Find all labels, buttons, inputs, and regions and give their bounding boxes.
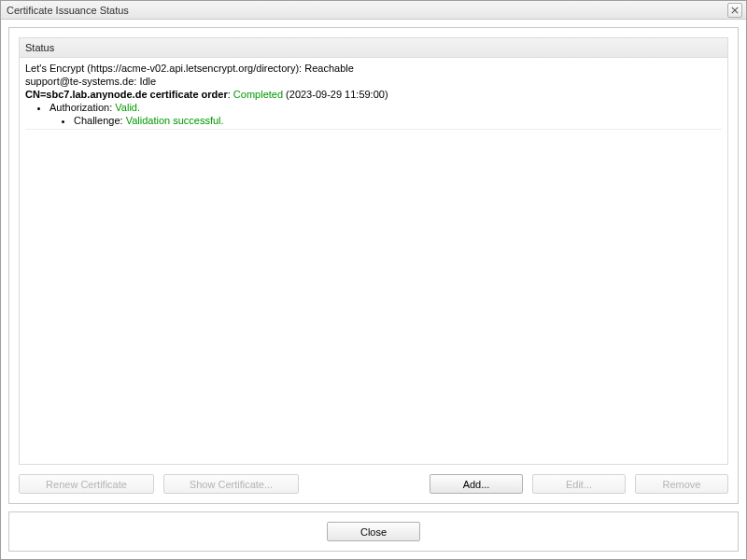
status-challenge: Challenge: Validation successful. [74,114,722,127]
close-button[interactable]: Close [327,522,420,541]
show-certificate-button[interactable]: Show Certificate... [163,474,299,494]
close-icon [731,7,739,14]
renew-certificate-button[interactable]: Renew Certificate [19,474,154,494]
footer-panel: Close [8,511,739,552]
status-line-order: CN=sbc7.lab.anynode.de certificate order… [25,88,722,101]
status-line-account: support@te-systems.de: Idle [25,75,722,88]
window-title: Certificate Issuance Status [7,5,727,16]
remove-button[interactable]: Remove [635,474,728,494]
status-line-acme: Let's Encrypt (https://acme-v02.api.lets… [25,62,722,75]
titlebar: Certificate Issuance Status [1,1,746,20]
edit-button[interactable]: Edit... [532,474,626,494]
status-header: Status [19,37,728,58]
status-panel: Status Let's Encrypt (https://acme-v02.a… [8,27,739,504]
dialog-body: Status Let's Encrypt (https://acme-v02.a… [1,20,746,559]
status-body: Let's Encrypt (https://acme-v02.api.lets… [19,58,728,465]
button-row: Renew Certificate Show Certificate... Ad… [19,474,728,494]
divider [25,129,722,130]
dialog-window: Certificate Issuance Status Status Let's… [0,0,747,560]
window-close-button[interactable] [727,3,742,18]
add-button[interactable]: Add... [430,474,523,494]
status-authorization: Authorization: Valid. Challenge: Validat… [49,101,722,127]
